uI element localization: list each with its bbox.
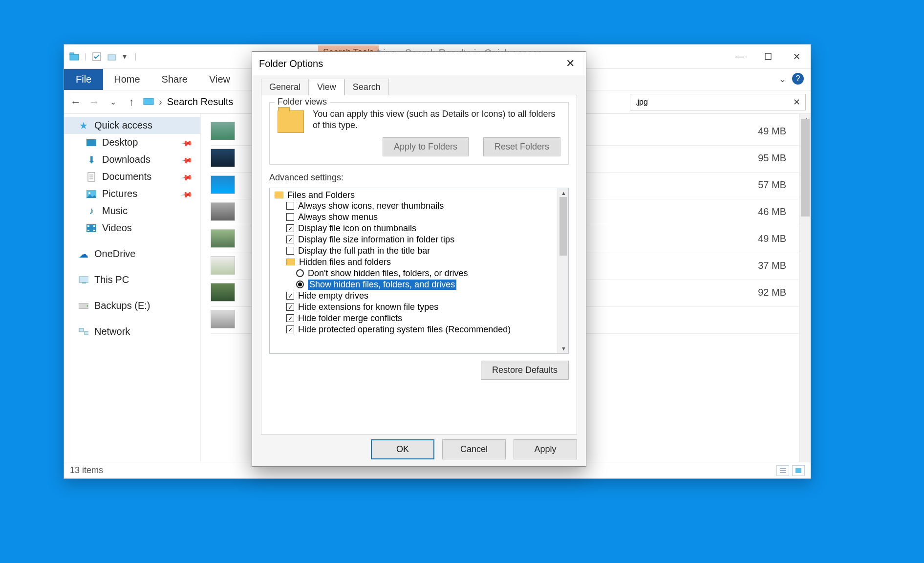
option-display-full-path-titlebar[interactable]: Display the full path in the title bar [273,245,555,257]
desktop-icon [86,139,96,146]
checkbox-icon[interactable]: ✓ [286,224,294,232]
restore-defaults-button[interactable]: Restore Defaults [481,361,569,380]
close-button[interactable]: ✕ [782,44,811,69]
sidebar-item-network[interactable]: Network [64,323,200,340]
svg-rect-17 [82,282,86,283]
tab-search[interactable]: Search [344,79,389,95]
svg-rect-3 [108,55,116,60]
scroll-down-icon[interactable]: ▼ [561,346,566,351]
qat-customize-chevron-icon[interactable]: ▾ [123,52,127,61]
svg-rect-13 [87,230,89,231]
nav-back-icon[interactable]: ← [69,96,83,108]
checkbox-icon[interactable]: ✓ [286,303,294,311]
advanced-settings-label: Advanced settings: [269,173,569,183]
scrollbar-thumb[interactable] [559,197,567,256]
ribbon-tab-view[interactable]: View [198,69,241,90]
sidebar-item-backups[interactable]: Backups (E:) [64,297,200,314]
search-box[interactable]: .jpg ✕ [630,94,806,110]
svg-rect-14 [93,225,95,227]
advanced-list-scrollbar[interactable]: ▲ ▼ [558,188,568,353]
option-hide-empty-drives[interactable]: ✓Hide empty drives [273,290,555,302]
radio-show-hidden[interactable]: Show hidden files, folders, and drives [273,279,555,290]
folder-views-text: You can apply this view (such as Details… [313,108,560,131]
cancel-button[interactable]: Cancel [442,439,506,459]
qat-separator: | [85,52,86,61]
checkbox-icon[interactable]: ✓ [286,236,294,243]
tab-general[interactable]: General [261,79,309,95]
sidebar-item-label: Network [94,326,130,337]
vertical-scrollbar[interactable]: ▲ [799,114,811,462]
radio-icon[interactable] [296,269,304,277]
documents-icon [86,172,96,182]
sidebar-item-label: This PC [94,274,129,285]
dialog-close-button[interactable]: ✕ [561,55,579,72]
tab-view[interactable]: View [309,79,344,95]
tree-group-files-and-folders[interactable]: Files and Folders [273,190,555,200]
dialog-title: Folder Options [259,58,323,69]
checkbox-icon[interactable]: ✓ [286,314,294,322]
sidebar-item-music[interactable]: ♪ Music [64,202,200,219]
option-always-show-menus[interactable]: Always show menus [273,212,555,223]
ribbon-tab-file[interactable]: File [64,69,103,90]
search-box-value: .jpg [635,98,648,107]
qat-newfolder-icon[interactable] [107,51,118,62]
option-display-file-size-in-tips[interactable]: ✓Display file size information in folder… [273,234,555,245]
this-pc-icon [79,275,88,285]
option-hide-extensions[interactable]: ✓Hide extensions for known file types [273,302,555,313]
checkbox-icon[interactable]: ✓ [286,292,294,300]
option-display-file-icon-on-thumbnails[interactable]: ✓Display file icon on thumbnails [273,223,555,234]
sidebar-item-pictures[interactable]: Pictures 📌 [64,185,200,202]
qat-checkbox-icon[interactable] [91,51,102,62]
ribbon-tab-home[interactable]: Home [103,69,150,90]
breadcrumb-chevron-icon[interactable]: › [159,96,162,108]
radio-dont-show-hidden[interactable]: Don't show hidden files, folders, or dri… [273,268,555,279]
ok-button[interactable]: OK [371,439,434,459]
sidebar-item-downloads[interactable]: ⬇ Downloads 📌 [64,151,200,168]
sidebar-item-desktop[interactable]: Desktop 📌 [64,134,200,151]
option-hide-protected-os-files[interactable]: ✓Hide protected operating system files (… [273,324,555,335]
option-label: Hide extensions for known file types [298,302,438,312]
dialog-titlebar: Folder Options ✕ [252,52,586,75]
tree-group-hidden-files[interactable]: Hidden files and folders [273,257,555,268]
sidebar-item-videos[interactable]: Videos [64,219,200,237]
option-always-show-icons[interactable]: Always show icons, never thumbnails [273,200,555,212]
minimize-button[interactable]: ― [726,44,754,69]
nav-history-chevron-icon[interactable]: ⌄ [106,97,120,107]
scroll-up-icon[interactable]: ▲ [561,190,566,196]
option-label: Hide folder merge conflicts [298,313,402,324]
option-hide-folder-merge-conflicts[interactable]: ✓Hide folder merge conflicts [273,313,555,324]
tree-group-label: Hidden files and folders [299,257,391,267]
nav-up-icon[interactable]: ↑ [125,96,138,108]
address-bar[interactable]: › Search Results [143,96,241,108]
file-size: 95 MB [758,152,786,164]
sidebar-item-label: Pictures [102,188,137,199]
sidebar-item-this-pc[interactable]: This PC [64,271,200,288]
view-large-icons-toggle[interactable] [792,465,805,476]
sidebar-item-documents[interactable]: Documents 📌 [64,168,200,185]
apply-to-folders-button[interactable]: Apply to Folders [383,137,469,156]
ribbon-tab-share[interactable]: Share [151,69,198,90]
checkbox-icon[interactable] [286,247,294,255]
sidebar-item-label: Downloads [102,154,150,165]
videos-icon [86,223,96,233]
tree-group-label: Files and Folders [287,190,355,200]
svg-rect-1 [70,53,74,55]
checkbox-icon[interactable] [286,202,294,210]
reset-folders-button[interactable]: Reset Folders [483,137,560,156]
clear-search-icon[interactable]: ✕ [793,97,800,108]
nav-forward-icon[interactable]: → [87,96,101,108]
sidebar-item-onedrive[interactable]: ☁ OneDrive [64,245,200,262]
thumbnail-icon [211,283,235,302]
ribbon-expand-chevron-icon[interactable]: ⌄ [779,74,786,85]
scrollbar-thumb[interactable] [801,119,810,217]
sidebar-item-quick-access[interactable]: ★ Quick access [64,117,200,134]
view-details-toggle[interactable] [776,465,789,476]
maximize-button[interactable]: ☐ [754,44,782,69]
checkbox-icon[interactable] [286,213,294,221]
apply-button[interactable]: Apply [514,439,577,459]
checkbox-icon[interactable]: ✓ [286,325,294,333]
radio-icon[interactable] [296,281,304,288]
option-label: Display the full path in the title bar [298,246,430,256]
advanced-settings-list: Files and Folders Always show icons, nev… [269,188,569,354]
help-icon[interactable]: ? [792,73,804,85]
